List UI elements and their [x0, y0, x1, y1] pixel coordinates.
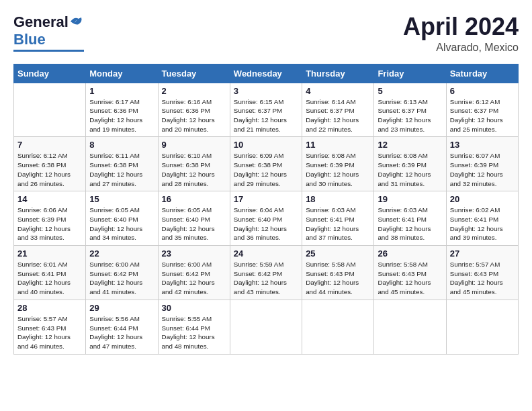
- month-year-title: April 2024: [403, 13, 519, 40]
- day-number: 1: [89, 86, 154, 96]
- day-number: 23: [162, 248, 226, 259]
- day-info: Sunrise: 6:10 AMSunset: 6:38 PMDaylight:…: [162, 151, 226, 188]
- day-info: Sunrise: 6:12 AMSunset: 6:37 PMDaylight:…: [450, 97, 515, 134]
- day-info: Sunrise: 5:57 AMSunset: 6:43 PMDaylight:…: [450, 260, 515, 297]
- day-info: Sunrise: 6:05 AMSunset: 6:40 PMDaylight:…: [89, 205, 154, 242]
- calendar-day-cell: 23Sunrise: 6:00 AMSunset: 6:42 PMDayligh…: [158, 246, 230, 300]
- calendar-day-cell: 6Sunrise: 6:12 AMSunset: 6:37 PMDaylight…: [446, 83, 518, 137]
- day-info: Sunrise: 6:05 AMSunset: 6:40 PMDaylight:…: [162, 205, 226, 242]
- title-section: April 2024 Alvarado, Mexico: [403, 13, 519, 54]
- calendar-day-cell: 28Sunrise: 5:57 AMSunset: 6:43 PMDayligh…: [14, 300, 86, 354]
- logo: General Blue: [13, 13, 84, 52]
- day-number: 17: [234, 194, 298, 204]
- day-number: 8: [89, 140, 154, 150]
- day-number: 4: [306, 86, 370, 96]
- day-number: 22: [89, 248, 154, 259]
- day-number: 11: [306, 140, 370, 150]
- calendar-day-cell: [446, 300, 518, 354]
- calendar-week-row: 1Sunrise: 6:17 AMSunset: 6:36 PMDaylight…: [14, 83, 519, 137]
- day-info: Sunrise: 6:09 AMSunset: 6:38 PMDaylight:…: [234, 151, 298, 188]
- day-number: 7: [17, 140, 82, 150]
- day-number: 6: [450, 86, 515, 96]
- day-info: Sunrise: 6:17 AMSunset: 6:36 PMDaylight:…: [89, 97, 154, 134]
- weekday-header-saturday: Saturday: [446, 64, 518, 83]
- calendar-day-cell: 27Sunrise: 5:57 AMSunset: 6:43 PMDayligh…: [446, 246, 518, 300]
- day-number: 10: [234, 140, 298, 150]
- logo-blue-text: Blue: [13, 31, 46, 48]
- calendar-day-cell: 2Sunrise: 6:16 AMSunset: 6:36 PMDaylight…: [158, 83, 230, 137]
- day-number: 30: [162, 303, 226, 313]
- calendar-day-cell: 17Sunrise: 6:04 AMSunset: 6:40 PMDayligh…: [230, 191, 302, 246]
- day-number: 26: [378, 248, 442, 259]
- calendar-day-cell: 14Sunrise: 6:06 AMSunset: 6:39 PMDayligh…: [14, 191, 86, 246]
- day-number: 12: [378, 140, 442, 150]
- calendar-day-cell: 21Sunrise: 6:01 AMSunset: 6:41 PMDayligh…: [14, 246, 86, 300]
- calendar-day-cell: 4Sunrise: 6:14 AMSunset: 6:37 PMDaylight…: [302, 83, 374, 137]
- day-info: Sunrise: 6:08 AMSunset: 6:39 PMDaylight:…: [378, 151, 442, 188]
- calendar-day-cell: [14, 83, 86, 137]
- day-number: 14: [17, 194, 82, 204]
- calendar-week-row: 7Sunrise: 6:12 AMSunset: 6:38 PMDaylight…: [14, 137, 519, 191]
- calendar-day-cell: 16Sunrise: 6:05 AMSunset: 6:40 PMDayligh…: [158, 191, 230, 246]
- day-info: Sunrise: 6:11 AMSunset: 6:38 PMDaylight:…: [89, 151, 154, 188]
- calendar-week-row: 21Sunrise: 6:01 AMSunset: 6:41 PMDayligh…: [14, 246, 519, 300]
- weekday-header-monday: Monday: [86, 64, 158, 83]
- day-number: 25: [306, 248, 370, 259]
- day-info: Sunrise: 5:56 AMSunset: 6:44 PMDaylight:…: [89, 314, 154, 351]
- calendar-day-cell: 26Sunrise: 5:58 AMSunset: 6:43 PMDayligh…: [374, 246, 446, 300]
- day-info: Sunrise: 6:00 AMSunset: 6:42 PMDaylight:…: [162, 260, 226, 297]
- day-number: 27: [450, 248, 515, 259]
- day-number: 3: [234, 86, 298, 96]
- day-info: Sunrise: 6:04 AMSunset: 6:40 PMDaylight:…: [234, 205, 298, 242]
- day-info: Sunrise: 6:12 AMSunset: 6:38 PMDaylight:…: [17, 151, 82, 188]
- calendar-day-cell: 22Sunrise: 6:00 AMSunset: 6:42 PMDayligh…: [86, 246, 158, 300]
- day-number: 28: [17, 303, 82, 313]
- calendar-day-cell: 8Sunrise: 6:11 AMSunset: 6:38 PMDaylight…: [86, 137, 158, 191]
- day-info: Sunrise: 5:59 AMSunset: 6:42 PMDaylight:…: [234, 260, 298, 297]
- calendar-day-cell: 12Sunrise: 6:08 AMSunset: 6:39 PMDayligh…: [374, 137, 446, 191]
- weekday-header-row: SundayMondayTuesdayWednesdayThursdayFrid…: [14, 64, 519, 83]
- calendar-day-cell: [302, 300, 374, 354]
- day-info: Sunrise: 6:13 AMSunset: 6:37 PMDaylight:…: [378, 97, 442, 134]
- weekday-header-friday: Friday: [374, 64, 446, 83]
- day-number: 13: [450, 140, 515, 150]
- calendar-day-cell: 25Sunrise: 5:58 AMSunset: 6:43 PMDayligh…: [302, 246, 374, 300]
- weekday-header-wednesday: Wednesday: [230, 64, 302, 83]
- calendar-day-cell: 3Sunrise: 6:15 AMSunset: 6:37 PMDaylight…: [230, 83, 302, 137]
- calendar-day-cell: 13Sunrise: 6:07 AMSunset: 6:39 PMDayligh…: [446, 137, 518, 191]
- day-number: 18: [306, 194, 370, 204]
- day-number: 15: [89, 194, 154, 204]
- calendar-day-cell: 15Sunrise: 6:05 AMSunset: 6:40 PMDayligh…: [86, 191, 158, 246]
- calendar-week-row: 14Sunrise: 6:06 AMSunset: 6:39 PMDayligh…: [14, 191, 519, 246]
- day-number: 29: [89, 303, 154, 313]
- day-info: Sunrise: 5:58 AMSunset: 6:43 PMDaylight:…: [306, 260, 370, 297]
- day-info: Sunrise: 5:58 AMSunset: 6:43 PMDaylight:…: [378, 260, 442, 297]
- calendar-body: 1Sunrise: 6:17 AMSunset: 6:36 PMDaylight…: [14, 83, 519, 354]
- day-number: 21: [17, 248, 82, 259]
- calendar-day-cell: 10Sunrise: 6:09 AMSunset: 6:38 PMDayligh…: [230, 137, 302, 191]
- calendar-table: SundayMondayTuesdayWednesdayThursdayFrid…: [13, 64, 519, 355]
- day-info: Sunrise: 6:06 AMSunset: 6:39 PMDaylight:…: [17, 205, 82, 242]
- day-info: Sunrise: 6:03 AMSunset: 6:41 PMDaylight:…: [378, 205, 442, 242]
- day-number: 16: [162, 194, 226, 204]
- day-info: Sunrise: 6:15 AMSunset: 6:37 PMDaylight:…: [234, 97, 298, 134]
- day-number: 9: [162, 140, 226, 150]
- day-number: 5: [378, 86, 442, 96]
- calendar-day-cell: 24Sunrise: 5:59 AMSunset: 6:42 PMDayligh…: [230, 246, 302, 300]
- day-info: Sunrise: 5:57 AMSunset: 6:43 PMDaylight:…: [17, 314, 82, 351]
- day-number: 19: [378, 194, 442, 204]
- calendar-day-cell: 30Sunrise: 5:55 AMSunset: 6:44 PMDayligh…: [158, 300, 230, 354]
- calendar-day-cell: 18Sunrise: 6:03 AMSunset: 6:41 PMDayligh…: [302, 191, 374, 246]
- calendar-day-cell: 20Sunrise: 6:02 AMSunset: 6:41 PMDayligh…: [446, 191, 518, 246]
- calendar-day-cell: 11Sunrise: 6:08 AMSunset: 6:39 PMDayligh…: [302, 137, 374, 191]
- calendar-day-cell: 9Sunrise: 6:10 AMSunset: 6:38 PMDaylight…: [158, 137, 230, 191]
- day-info: Sunrise: 6:00 AMSunset: 6:42 PMDaylight:…: [89, 260, 154, 297]
- day-number: 20: [450, 194, 515, 204]
- weekday-header-tuesday: Tuesday: [158, 64, 230, 83]
- calendar-day-cell: 1Sunrise: 6:17 AMSunset: 6:36 PMDaylight…: [86, 83, 158, 137]
- weekday-header-sunday: Sunday: [14, 64, 86, 83]
- day-info: Sunrise: 5:55 AMSunset: 6:44 PMDaylight:…: [162, 314, 226, 351]
- calendar-day-cell: 29Sunrise: 5:56 AMSunset: 6:44 PMDayligh…: [86, 300, 158, 354]
- day-info: Sunrise: 6:02 AMSunset: 6:41 PMDaylight:…: [450, 205, 515, 242]
- logo-general-text: General: [13, 13, 69, 31]
